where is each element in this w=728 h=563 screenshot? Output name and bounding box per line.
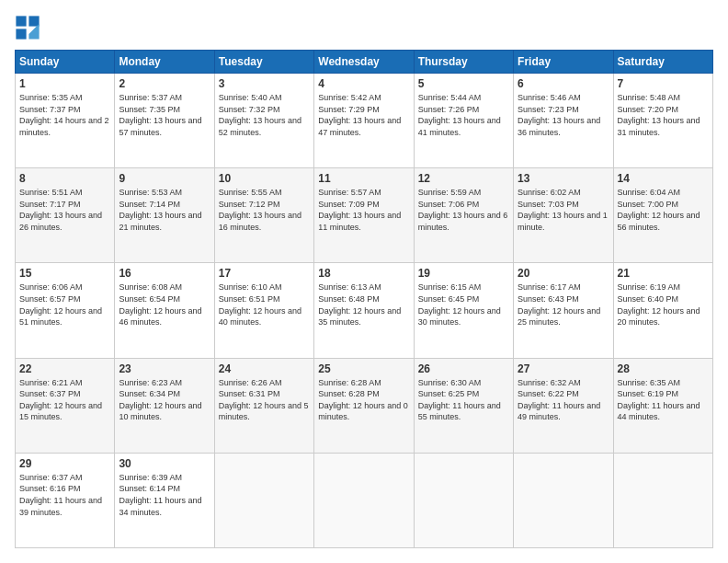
day-cell: 12 Sunrise: 5:59 AM Sunset: 7:06 PM Dayl… (414, 168, 513, 263)
day-number: 12 (418, 172, 509, 185)
sunset-text: Sunset: 7:35 PM (119, 104, 210, 116)
day-info: Sunrise: 5:35 AM Sunset: 7:37 PM Dayligh… (19, 92, 110, 138)
daylight-text: Daylight: 13 hours and 47 minutes. (318, 115, 409, 138)
day-info: Sunrise: 5:40 AM Sunset: 7:32 PM Dayligh… (219, 92, 310, 138)
daylight-text: Daylight: 11 hours and 55 minutes. (418, 400, 509, 423)
sunset-text: Sunset: 6:45 PM (418, 293, 509, 305)
daylight-text: Daylight: 13 hours and 21 minutes. (119, 210, 210, 233)
sunrise-text: Sunrise: 6:06 AM (19, 282, 110, 293)
daylight-text: Daylight: 13 hours and 6 minutes. (418, 210, 509, 233)
day-number: 2 (119, 77, 210, 90)
day-cell: 21 Sunrise: 6:19 AM Sunset: 6:40 PM Dayl… (613, 263, 712, 358)
header-cell-monday: Monday (115, 51, 214, 74)
day-cell: 15 Sunrise: 6:06 AM Sunset: 6:57 PM Dayl… (16, 263, 115, 358)
day-cell (514, 453, 613, 547)
day-cell: 22 Sunrise: 6:21 AM Sunset: 6:37 PM Dayl… (16, 358, 115, 453)
sunrise-text: Sunrise: 6:10 AM (219, 282, 310, 293)
sunset-text: Sunset: 6:48 PM (318, 293, 409, 305)
day-cell: 8 Sunrise: 5:51 AM Sunset: 7:17 PM Dayli… (16, 168, 115, 263)
day-info: Sunrise: 6:15 AM Sunset: 6:45 PM Dayligh… (418, 282, 509, 327)
sunrise-text: Sunrise: 6:17 AM (518, 282, 609, 293)
day-number: 8 (19, 172, 110, 185)
sunrise-text: Sunrise: 5:51 AM (19, 187, 110, 199)
sunrise-text: Sunrise: 5:42 AM (318, 92, 409, 104)
day-cell: 5 Sunrise: 5:44 AM Sunset: 7:26 PM Dayli… (414, 74, 513, 168)
svg-rect-2 (16, 29, 26, 39)
day-cell (214, 453, 313, 547)
daylight-text: Daylight: 12 hours and 40 minutes. (219, 305, 310, 328)
day-info: Sunrise: 6:32 AM Sunset: 6:22 PM Dayligh… (518, 377, 609, 423)
sunrise-text: Sunrise: 5:53 AM (119, 187, 210, 199)
day-info: Sunrise: 6:30 AM Sunset: 6:25 PM Dayligh… (418, 377, 509, 423)
sunset-text: Sunset: 6:43 PM (518, 293, 609, 305)
day-info: Sunrise: 6:35 AM Sunset: 6:19 PM Dayligh… (618, 377, 709, 423)
day-info: Sunrise: 6:17 AM Sunset: 6:43 PM Dayligh… (518, 282, 609, 327)
sunset-text: Sunset: 7:26 PM (418, 104, 509, 116)
day-number: 1 (19, 77, 110, 90)
day-number: 15 (19, 267, 110, 280)
day-info: Sunrise: 6:39 AM Sunset: 6:14 PM Dayligh… (119, 472, 210, 518)
day-cell (314, 453, 414, 547)
sunrise-text: Sunrise: 6:13 AM (318, 282, 409, 293)
sunset-text: Sunset: 7:12 PM (219, 199, 310, 211)
sunrise-text: Sunrise: 6:39 AM (119, 472, 210, 484)
day-cell: 13 Sunrise: 6:02 AM Sunset: 7:03 PM Dayl… (514, 168, 613, 263)
day-info: Sunrise: 5:59 AM Sunset: 7:06 PM Dayligh… (418, 187, 509, 233)
daylight-text: Daylight: 12 hours and 15 minutes. (19, 400, 110, 423)
sunrise-text: Sunrise: 5:44 AM (418, 92, 509, 104)
sunset-text: Sunset: 7:37 PM (19, 104, 110, 116)
day-number: 19 (418, 267, 509, 280)
daylight-text: Daylight: 12 hours and 20 minutes. (618, 305, 709, 328)
sunset-text: Sunset: 7:00 PM (618, 199, 709, 211)
header-cell-saturday: Saturday (613, 51, 712, 74)
sunset-text: Sunset: 6:19 PM (618, 388, 709, 400)
sunrise-text: Sunrise: 6:04 AM (618, 187, 709, 199)
day-number: 4 (318, 77, 409, 90)
sunrise-text: Sunrise: 5:59 AM (418, 187, 509, 199)
day-number: 21 (618, 267, 709, 280)
daylight-text: Daylight: 12 hours and 46 minutes. (119, 305, 210, 328)
daylight-text: Daylight: 12 hours and 25 minutes. (518, 305, 609, 328)
sunrise-text: Sunrise: 6:19 AM (618, 282, 709, 293)
day-number: 16 (119, 267, 210, 280)
daylight-text: Daylight: 11 hours and 39 minutes. (19, 495, 110, 518)
day-cell: 10 Sunrise: 5:55 AM Sunset: 7:12 PM Dayl… (214, 168, 313, 263)
day-number: 10 (219, 172, 310, 185)
sunset-text: Sunset: 6:54 PM (119, 293, 210, 305)
sunset-text: Sunset: 6:25 PM (418, 388, 509, 400)
day-info: Sunrise: 6:21 AM Sunset: 6:37 PM Dayligh… (19, 377, 110, 423)
day-info: Sunrise: 6:08 AM Sunset: 6:54 PM Dayligh… (119, 282, 210, 327)
sunset-text: Sunset: 7:09 PM (318, 199, 409, 211)
day-cell: 24 Sunrise: 6:26 AM Sunset: 6:31 PM Dayl… (214, 358, 313, 453)
sunset-text: Sunset: 7:14 PM (119, 199, 210, 211)
day-number: 5 (418, 77, 509, 90)
daylight-text: Daylight: 13 hours and 36 minutes. (518, 115, 609, 138)
day-number: 23 (119, 362, 210, 375)
sunrise-text: Sunrise: 6:08 AM (119, 282, 210, 293)
header (15, 15, 713, 40)
day-info: Sunrise: 5:57 AM Sunset: 7:09 PM Dayligh… (318, 187, 409, 233)
day-info: Sunrise: 5:37 AM Sunset: 7:35 PM Dayligh… (119, 92, 210, 138)
sunrise-text: Sunrise: 5:57 AM (318, 187, 409, 199)
day-info: Sunrise: 5:42 AM Sunset: 7:29 PM Dayligh… (318, 92, 409, 138)
day-info: Sunrise: 5:53 AM Sunset: 7:14 PM Dayligh… (119, 187, 210, 233)
sunset-text: Sunset: 7:23 PM (518, 104, 609, 116)
day-cell: 18 Sunrise: 6:13 AM Sunset: 6:48 PM Dayl… (314, 263, 414, 358)
day-cell (613, 453, 712, 547)
day-cell: 23 Sunrise: 6:23 AM Sunset: 6:34 PM Dayl… (115, 358, 214, 453)
day-number: 13 (518, 172, 609, 185)
daylight-text: Daylight: 13 hours and 52 minutes. (219, 115, 310, 138)
daylight-text: Daylight: 13 hours and 41 minutes. (418, 115, 509, 138)
sunrise-text: Sunrise: 6:32 AM (518, 377, 609, 389)
daylight-text: Daylight: 12 hours and 51 minutes. (19, 305, 110, 328)
sunset-text: Sunset: 7:20 PM (618, 104, 709, 116)
day-info: Sunrise: 6:37 AM Sunset: 6:16 PM Dayligh… (19, 472, 110, 518)
day-info: Sunrise: 6:19 AM Sunset: 6:40 PM Dayligh… (618, 282, 709, 327)
day-cell: 29 Sunrise: 6:37 AM Sunset: 6:16 PM Dayl… (16, 453, 115, 547)
daylight-text: Daylight: 12 hours and 30 minutes. (418, 305, 509, 328)
logo-icon (15, 15, 40, 40)
day-number: 17 (219, 267, 310, 280)
week-row-1: 1 Sunrise: 5:35 AM Sunset: 7:37 PM Dayli… (16, 74, 713, 168)
sunset-text: Sunset: 6:28 PM (318, 388, 409, 400)
day-number: 29 (19, 457, 110, 470)
